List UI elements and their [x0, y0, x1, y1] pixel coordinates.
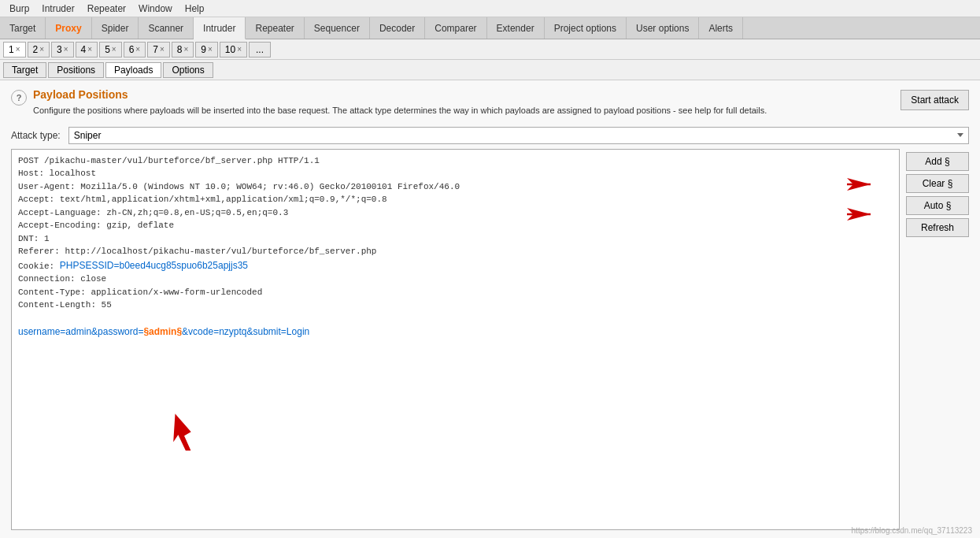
- menu-repeater[interactable]: Repeater: [81, 2, 132, 16]
- tab-project-options[interactable]: Project options: [545, 17, 627, 39]
- tab-sequencer[interactable]: Sequencer: [305, 17, 370, 39]
- num-tab-5[interactable]: 5 ×: [99, 42, 122, 58]
- num-tab-7[interactable]: 7 ×: [147, 42, 170, 58]
- tab-repeater[interactable]: Repeater: [246, 17, 304, 39]
- attack-type-label: Attack type:: [11, 130, 61, 141]
- content-area: ? Payload Positions Configure the positi…: [0, 80, 980, 538]
- close-tab-4-icon[interactable]: ×: [87, 45, 92, 54]
- clear-section-button[interactable]: Clear §: [906, 174, 969, 193]
- num-tab-6[interactable]: 6 ×: [124, 42, 146, 58]
- attack-type-select[interactable]: Sniper Battering ram Pitchfork Cluster b…: [68, 127, 969, 144]
- close-tab-2-icon[interactable]: ×: [39, 45, 44, 54]
- num-tab-10[interactable]: 10 ×: [220, 42, 247, 58]
- editor-row: POST /pikachu-master/vul/burteforce/bf_s…: [0, 149, 980, 539]
- close-tab-6-icon[interactable]: ×: [135, 45, 140, 54]
- request-container: POST /pikachu-master/vul/burteforce/bf_s…: [11, 149, 900, 531]
- payload-header: ? Payload Positions Configure the positi…: [0, 80, 980, 122]
- num-tab-1[interactable]: 1 ×: [3, 42, 26, 58]
- num-tab-8[interactable]: 8 ×: [172, 42, 194, 58]
- watermark: https://blog.csdn.me/qq_37113223: [852, 526, 972, 535]
- sub-tab-target[interactable]: Target: [3, 62, 46, 78]
- tab-user-options[interactable]: User options: [627, 17, 699, 39]
- main-tab-bar: Target Proxy Spider Scanner Intruder Rep…: [0, 17, 980, 39]
- tab-intruder[interactable]: Intruder: [194, 17, 246, 39]
- payload-title: Payload Positions: [33, 88, 900, 101]
- sub-tab-bar: Target Positions Payloads Options: [0, 60, 980, 80]
- num-tab-4[interactable]: 4 ×: [76, 42, 98, 58]
- close-tab-5-icon[interactable]: ×: [112, 45, 116, 54]
- close-tab-3-icon[interactable]: ×: [64, 45, 68, 54]
- start-attack-button[interactable]: Start attack: [900, 90, 969, 110]
- tab-decoder[interactable]: Decoder: [370, 17, 425, 39]
- tab-alerts[interactable]: Alerts: [699, 17, 743, 39]
- close-tab-9-icon[interactable]: ×: [208, 45, 213, 54]
- menu-bar: Burp Intruder Repeater Window Help: [0, 0, 980, 17]
- request-editor[interactable]: POST /pikachu-master/vul/burteforce/bf_s…: [12, 150, 899, 530]
- close-tab-10-icon[interactable]: ×: [237, 45, 242, 54]
- close-tab-7-icon[interactable]: ×: [160, 45, 165, 54]
- sub-tab-payloads[interactable]: Payloads: [105, 62, 161, 78]
- num-tab-9[interactable]: 9 ×: [195, 42, 218, 58]
- help-icon[interactable]: ?: [11, 90, 27, 106]
- more-tabs-button[interactable]: ...: [249, 42, 271, 58]
- number-tab-bar: 1 × 2 × 3 × 4 × 5 × 6 × 7 × 8 × 9 × 10 ×…: [0, 39, 980, 60]
- header-left: ? Payload Positions Configure the positi…: [11, 88, 900, 117]
- num-tab-2[interactable]: 2 ×: [28, 42, 50, 58]
- menu-burp[interactable]: Burp: [3, 2, 35, 16]
- menu-window[interactable]: Window: [132, 2, 179, 16]
- menu-intruder[interactable]: Intruder: [35, 2, 80, 16]
- auto-section-button[interactable]: Auto §: [906, 196, 969, 215]
- add-section-button[interactable]: Add §: [906, 152, 969, 171]
- tab-extender[interactable]: Extender: [487, 17, 545, 39]
- tab-comparer[interactable]: Comparer: [425, 17, 486, 39]
- sub-tab-positions[interactable]: Positions: [48, 62, 104, 78]
- tab-scanner[interactable]: Scanner: [139, 17, 194, 39]
- side-buttons: Add § Clear § Auto § Refresh: [906, 149, 969, 531]
- tab-target[interactable]: Target: [0, 17, 46, 39]
- close-tab-8-icon[interactable]: ×: [183, 45, 188, 54]
- tab-spider[interactable]: Spider: [92, 17, 139, 39]
- attack-type-row: Attack type: Sniper Battering ram Pitchf…: [0, 122, 980, 149]
- num-tab-3[interactable]: 3 ×: [51, 42, 74, 58]
- header-text: Payload Positions Configure the position…: [33, 88, 900, 117]
- menu-help[interactable]: Help: [179, 2, 211, 16]
- refresh-button[interactable]: Refresh: [906, 218, 969, 237]
- payload-description: Configure the positions where payloads w…: [33, 104, 860, 117]
- close-tab-1-icon[interactable]: ×: [16, 45, 20, 54]
- sub-tab-options[interactable]: Options: [163, 62, 213, 78]
- tab-proxy[interactable]: Proxy: [46, 17, 91, 39]
